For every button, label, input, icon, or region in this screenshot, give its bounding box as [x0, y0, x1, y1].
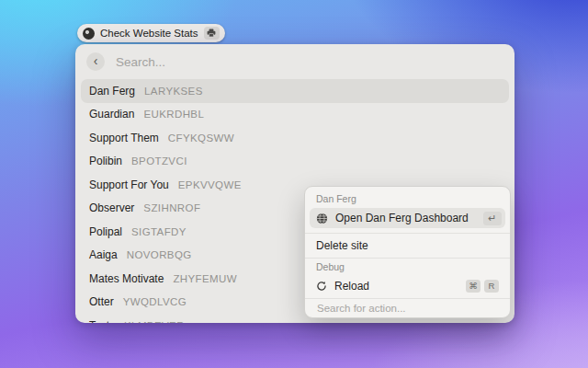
list-item[interactable]: Polibin BPOTZVCI [81, 150, 509, 174]
site-name: Otter [89, 295, 114, 308]
panel-section-header: Dan Ferg [310, 190, 505, 208]
action-panel: Dan Ferg Open Dan Ferg Dashboard ↵ [304, 186, 511, 318]
printer-icon [204, 27, 220, 40]
desktop-background: Check Website Stats ‹ Dan Ferg LARYKSES … [0, 0, 588, 368]
site-code: BPOTZVCI [131, 155, 187, 167]
r-key-badge: R [484, 280, 499, 293]
site-name: Support For You [89, 178, 169, 191]
list-item[interactable]: Guardian EUKRDHBL [81, 103, 509, 127]
site-code: EUKRDHBL [143, 109, 204, 120]
shortcut-badges: ⌘ R [466, 280, 499, 293]
list-item[interactable]: Support Them CFYKQSWW [81, 126, 509, 150]
app-dot-icon [83, 28, 95, 40]
action-open-dashboard[interactable]: Open Dan Ferg Dashboard ↵ [310, 208, 505, 228]
action-label: Reload [334, 280, 369, 293]
return-key-badge: ↵ [483, 212, 502, 225]
site-code: YWQDLVCG [123, 296, 187, 307]
site-code: ZHYFEMUW [173, 273, 237, 284]
site-code: EPKVVQWE [178, 179, 242, 190]
action-search-footer [305, 298, 510, 317]
hotkey-pill[interactable]: Check Website Stats [77, 24, 225, 42]
action-label: Open Dan Ferg Dashboard [335, 212, 469, 224]
site-name: Observer [89, 201, 134, 214]
cmd-key-badge: ⌘ [466, 280, 481, 293]
action-reload[interactable]: Reload ⌘ R [310, 276, 505, 296]
site-name: Polibin [89, 155, 122, 167]
site-code: SIGTAFDY [131, 226, 187, 237]
panel-section-header: Debug [310, 259, 505, 276]
site-code: NOVORBQG [127, 249, 192, 260]
action-list: Dan Ferg Open Dan Ferg Dashboard ↵ [305, 187, 510, 299]
action-label: Delete site [316, 239, 368, 252]
site-name: Guardian [89, 108, 134, 121]
site-name: Polipal [89, 225, 122, 238]
search-bar: ‹ [75, 44, 514, 79]
search-input[interactable] [114, 54, 503, 70]
action-delete-site[interactable]: Delete site [310, 234, 505, 258]
site-name: Aaiga [89, 248, 118, 261]
site-name: Dan Ferg [89, 85, 135, 98]
site-code: CFYKQSWW [168, 132, 234, 144]
globe-icon [316, 213, 328, 224]
action-search-input[interactable] [315, 302, 500, 315]
site-name: Mates Motivate [89, 272, 164, 285]
reload-icon [316, 281, 327, 292]
hotkey-pill-label: Check Website Stats [100, 28, 198, 39]
back-button[interactable]: ‹ [86, 52, 105, 71]
site-name: Support Them [89, 132, 159, 144]
chevron-left-icon: ‹ [94, 54, 98, 67]
site-name: Tasty [89, 319, 115, 323]
site-code: LARYKSES [144, 86, 203, 97]
site-code: KLMBEVER [124, 320, 185, 323]
site-code: SZIHNROF [143, 202, 200, 213]
list-item[interactable]: Dan Ferg LARYKSES [81, 79, 509, 103]
